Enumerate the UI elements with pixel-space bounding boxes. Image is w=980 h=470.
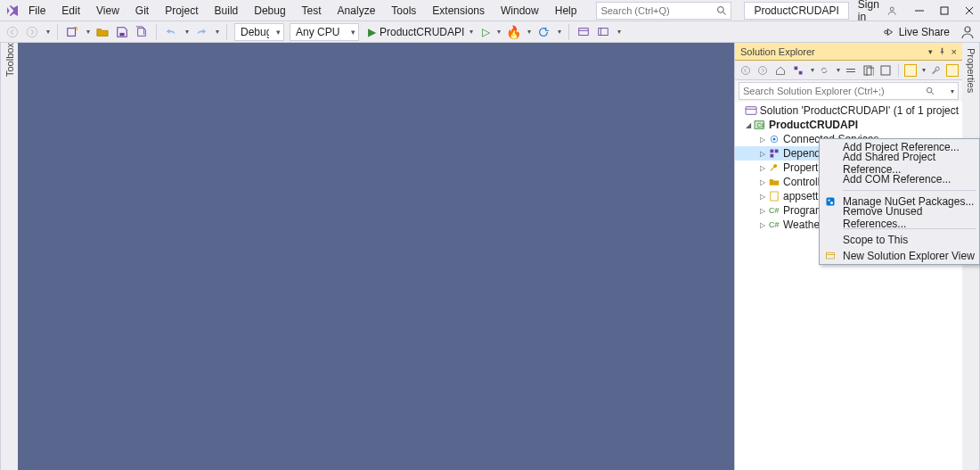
menu-git[interactable]: Git (128, 3, 156, 19)
account-icon[interactable] (960, 25, 975, 39)
svg-rect-26 (881, 66, 890, 75)
panel-dropdown-icon[interactable]: ▾ (928, 47, 933, 56)
expand-arrow-open-icon[interactable]: ◢ (744, 121, 753, 129)
preview-selected-icon[interactable] (946, 64, 959, 77)
pin-icon[interactable] (938, 47, 946, 55)
window-title-project: ProductCRUDAPI (744, 2, 848, 20)
nav-forward-icon[interactable] (25, 25, 39, 39)
solution-node[interactable]: Solution 'ProductCRUDAPI' (1 of 1 projec… (735, 103, 962, 118)
solution-explorer-title: Solution Explorer (740, 46, 815, 57)
cs-file-icon: C# (767, 204, 781, 217)
svg-rect-41 (827, 198, 835, 206)
menu-window[interactable]: Window (494, 3, 546, 19)
menu-view[interactable]: View (89, 3, 127, 19)
svg-rect-20 (794, 66, 797, 70)
expand-arrow-icon[interactable]: ▷ (758, 178, 767, 186)
menu-tools[interactable]: Tools (384, 3, 423, 19)
configuration-select-input[interactable]: Debug (234, 23, 284, 41)
menu-analyze[interactable]: Analyze (331, 3, 383, 19)
chevron-down-icon[interactable]: ▾ (558, 28, 561, 36)
expand-arrow-icon[interactable]: ▷ (758, 150, 767, 158)
menu-debug[interactable]: Debug (247, 3, 292, 19)
expand-arrow-icon[interactable]: ▷ (758, 207, 767, 215)
sync-icon[interactable] (818, 63, 832, 78)
configuration-select[interactable]: Debug (234, 23, 284, 41)
start-without-debugging-icon[interactable]: ▷ (482, 26, 490, 38)
expand-arrow-icon[interactable]: ▷ (758, 136, 767, 144)
close-button[interactable] (963, 4, 976, 17)
global-search-box[interactable] (596, 2, 731, 20)
collapse-icon[interactable] (844, 63, 858, 78)
nav-back-icon[interactable] (5, 25, 20, 39)
menu-build[interactable]: Build (208, 3, 246, 19)
start-debugging-button[interactable]: ▶ ProductCRUDAPI ▾ (364, 26, 477, 38)
undo-icon[interactable] (164, 25, 178, 39)
open-file-icon[interactable] (95, 25, 110, 39)
ctx-scope-to-this[interactable]: Scope to This (820, 232, 979, 248)
chevron-down-icon[interactable]: ▾ (46, 28, 50, 36)
solution-explorer-search[interactable]: ▾ (739, 82, 959, 100)
svg-rect-44 (827, 252, 835, 259)
filter-pending-icon[interactable] (904, 64, 917, 77)
solution-explorer-titlebar[interactable]: Solution Explorer ▾ × (735, 43, 962, 61)
project-node[interactable]: ◢ C# ProductCRUDAPI (735, 118, 962, 132)
search-icon (716, 5, 727, 16)
chevron-down-icon[interactable]: ▾ (86, 28, 90, 36)
chevron-down-icon[interactable]: ▾ (837, 66, 840, 74)
chevron-down-icon[interactable]: ▾ (527, 28, 531, 36)
save-all-icon[interactable] (135, 25, 149, 39)
menu-test[interactable]: Test (295, 3, 329, 19)
home-icon[interactable] (773, 63, 788, 78)
menu-project[interactable]: Project (158, 3, 205, 19)
chevron-down-icon[interactable]: ▾ (811, 66, 814, 74)
chevron-down-icon[interactable]: ▾ (617, 28, 621, 36)
toolbox-tab[interactable]: Toolbox (0, 43, 18, 470)
svg-point-0 (718, 6, 724, 12)
browser-refresh-icon[interactable] (536, 25, 551, 39)
svg-text:C#: C# (769, 220, 780, 229)
solution-icon (744, 104, 758, 117)
hot-reload-icon[interactable]: 🔥 (506, 25, 520, 39)
ctx-add-com-reference[interactable]: Add COM Reference... (820, 171, 979, 187)
live-share-button[interactable]: Live Share (878, 26, 955, 38)
minimize-button[interactable] (913, 4, 926, 17)
chevron-down-icon[interactable]: ▾ (216, 28, 219, 36)
expand-arrow-icon[interactable]: ▷ (758, 193, 767, 201)
menu-help[interactable]: Help (548, 3, 584, 19)
solution-label: Solution 'ProductCRUDAPI' (1 of 1 projec… (760, 104, 959, 117)
menu-extensions[interactable]: Extensions (425, 3, 492, 19)
platform-select[interactable]: Any CPU (290, 23, 359, 41)
chevron-down-icon[interactable]: ▾ (922, 66, 926, 74)
toolbar-misc1-icon[interactable] (576, 25, 591, 39)
platform-select-input[interactable]: Any CPU (290, 23, 359, 41)
svg-rect-29 (746, 107, 756, 115)
cs-file-icon: C# (767, 219, 781, 231)
expand-arrow-icon[interactable]: ▷ (758, 164, 767, 172)
chevron-down-icon[interactable]: ▾ (951, 87, 954, 95)
chevron-down-icon[interactable]: ▾ (185, 28, 189, 36)
switch-view-icon[interactable] (791, 63, 805, 78)
svg-rect-37 (771, 154, 774, 158)
ctx-add-shared-project-reference[interactable]: Add Shared Project Reference... (820, 155, 979, 171)
editor-background (18, 43, 734, 470)
panel-close-icon[interactable]: × (951, 46, 957, 57)
solution-explorer-search-input[interactable] (743, 86, 912, 96)
ctx-remove-unused-references[interactable]: Remove Unused References... (820, 210, 979, 226)
show-all-files-icon[interactable] (862, 63, 876, 78)
global-search-input[interactable] (600, 5, 716, 16)
chevron-down-icon[interactable]: ▾ (497, 28, 501, 36)
new-project-icon[interactable] (65, 25, 79, 39)
expand-arrow-icon[interactable]: ▷ (758, 221, 767, 229)
wrench-icon[interactable] (929, 63, 943, 78)
se-forward-icon[interactable] (756, 63, 771, 78)
redo-icon[interactable] (194, 25, 208, 39)
se-back-icon[interactable] (739, 63, 753, 78)
maximize-button[interactable] (938, 4, 951, 17)
menu-edit[interactable]: Edit (54, 3, 87, 19)
save-icon[interactable] (115, 25, 129, 39)
preview-icon[interactable] (878, 63, 893, 78)
dependencies-icon (767, 147, 781, 160)
menu-file[interactable]: File (21, 3, 53, 19)
toolbar-misc2-icon[interactable] (596, 25, 610, 39)
ctx-new-solution-explorer-view[interactable]: New Solution Explorer View (820, 248, 979, 264)
